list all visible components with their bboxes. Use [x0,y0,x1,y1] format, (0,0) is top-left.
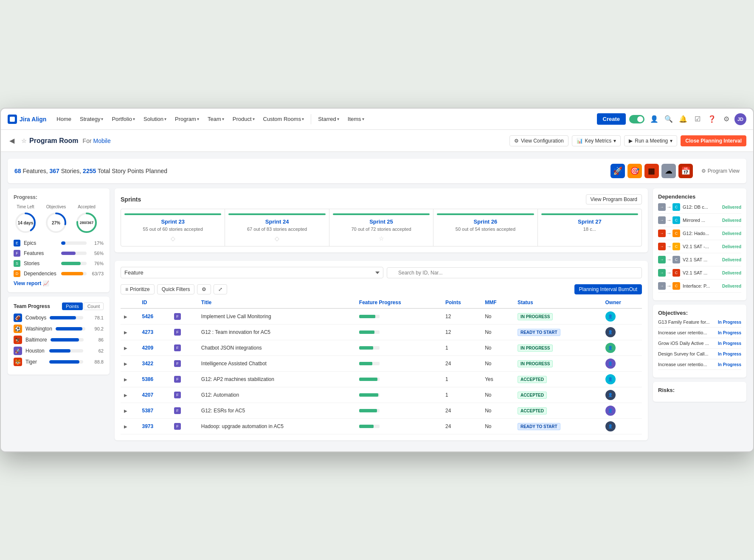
feature-id-link[interactable]: 4273 [142,329,153,335]
nav-custom-rooms[interactable]: Custom Rooms▾ [260,114,308,124]
nav-team[interactable]: Team▾ [204,114,228,124]
th-status[interactable]: Status [514,297,602,308]
th-owner[interactable]: Owner [602,297,642,308]
feature-id-link[interactable]: 5387 [142,408,153,414]
search-icon[interactable]: 🔍 [662,113,675,126]
dep-text[interactable]: G12: DB c... [683,204,720,210]
search-input[interactable] [387,267,642,278]
nav-starred[interactable]: Starred▾ [315,114,343,124]
program-view-button[interactable]: ⚙ Program View [701,168,740,174]
bell-icon[interactable]: 🔔 [677,113,689,126]
rocket-icon-btn[interactable]: 🚀 [611,164,625,178]
view-program-board-button[interactable]: View Program Board [586,194,642,204]
objective-row[interactable]: Increase user retentio... In Progress [658,330,741,338]
view-report-button[interactable]: View report 📈 [14,280,104,286]
expand-row-btn[interactable]: ▶ [124,314,127,319]
table-row[interactable]: ▶ 3422 F Intelligence Assisted Chatbot 2… [121,356,642,372]
owner-avatar: 👤 [605,406,616,416]
burndown-button[interactable]: Planning Interval BurnOut [574,284,642,294]
cloud-icon-btn[interactable]: ☁ [661,164,676,178]
nav-product[interactable]: Product▾ [229,114,258,124]
target-icon-btn[interactable]: 🎯 [627,164,642,178]
logo[interactable]: Jira Align [8,115,46,124]
objective-row[interactable]: Increase user retentio... In Progress [658,362,741,370]
help-icon[interactable]: ❓ [706,113,718,126]
objective-row[interactable]: G13 Family Feature for... In Progress [658,319,741,328]
dep-text[interactable]: G12: Hado... [683,231,720,236]
dep-text[interactable]: V2.1 SAT -... [683,244,720,249]
th-title[interactable]: Title [198,297,356,308]
objective-status: In Progress [718,341,741,346]
th-id[interactable]: ID [138,297,171,308]
expand-row-btn[interactable]: ▶ [124,330,127,335]
nav-portfolio[interactable]: Portfolio▾ [108,114,138,124]
sprint-23[interactable]: Sprint 23 55 out of 60 stories accepted … [121,209,225,246]
sprint-27[interactable]: Sprint 27 18 c... [538,209,641,246]
user-icon[interactable]: 👤 [648,113,661,126]
prioritize-button[interactable]: ≡ Prioritize [121,284,155,294]
nav-strategy[interactable]: Strategy▾ [76,114,107,124]
table-row[interactable]: ▶ 4273 F G12 : Team innovation for AC5 1… [121,325,642,340]
checklist-icon[interactable]: ☑ [691,113,704,126]
table-row[interactable]: ▶ 5386 F G12: AP2 machines stabilization… [121,372,642,387]
table-row[interactable]: ▶ 3973 F Hadoop: upgrade automation in A… [121,419,642,434]
view-configuration-button[interactable]: ⚙ View Configuration [509,135,568,146]
sprint-25[interactable]: Sprint 25 70 out of 72 stories accepted … [329,209,433,246]
logo-text: Jira Align [20,116,46,123]
table-row[interactable]: ▶ 4207 F G12: Automation 1 No ACCEPTED 👤 [121,387,642,403]
key-metrics-button[interactable]: 📊 Key Metrics ▾ [572,135,621,146]
sidebar-toggle[interactable]: ◀ [8,137,16,145]
expand-button[interactable]: ⤢ [214,284,227,294]
sprint-26[interactable]: Sprint 26 50 out of 54 stories accepted [433,209,537,246]
feature-dropdown[interactable]: Feature [121,267,383,278]
story-points-count: 2255 [83,168,96,174]
grid-icon-btn[interactable]: ▦ [644,164,659,178]
nav-solution[interactable]: Solution▾ [140,114,170,124]
expand-row-btn[interactable]: ▶ [124,346,127,350]
th-progress[interactable]: Feature Progress [356,297,442,308]
table-row[interactable]: ▶ 4209 F Chatbot JSON integrations 1 No … [121,340,642,356]
settings-button[interactable]: ⚙ [197,284,211,294]
feature-id-link[interactable]: 5386 [142,376,153,382]
nav-home[interactable]: Home [53,114,75,124]
dep-text[interactable]: Interface: P... [683,283,720,288]
feature-type-icon: F [174,329,181,336]
dep-text[interactable]: V2.1 SAT ... [683,270,720,275]
quick-filters-button[interactable]: Quick Filters [157,284,195,294]
table-row[interactable]: ▶ 5387 F G12: ESRs for AC5 24 No ACCEPTE… [121,403,642,419]
expand-row-btn[interactable]: ▶ [124,393,127,398]
objective-row[interactable]: Grow iOS Daily Active ... In Progress [658,341,741,349]
avatar[interactable]: JD [734,113,746,125]
objectives-card: Objectives: G13 Family Feature for... In… [653,305,746,378]
team-tab-count[interactable]: Count [84,302,104,310]
dep-text[interactable]: V2.1 SAT ... [683,257,720,262]
favorite-star[interactable]: ☆ [21,137,27,144]
toggle-switch[interactable] [629,115,644,123]
create-button[interactable]: Create [597,113,626,125]
dependency-row: → → C Interface: P... Delivered [658,282,741,293]
nav-items[interactable]: Items▾ [344,114,368,124]
expand-row-btn[interactable]: ▶ [124,377,127,382]
objective-row[interactable]: Design Survey for Call... In Progress [658,351,741,359]
table-row[interactable]: ▶ 5426 F Implement Live Call Monitoring … [121,308,642,325]
team-tab-points[interactable]: Points [62,302,83,310]
stories-count: 367 [50,168,59,174]
th-points[interactable]: Points [442,297,481,308]
nav-program[interactable]: Program▾ [172,114,203,124]
dep-to-icon: C [672,256,680,263]
expand-row-btn[interactable]: ▶ [124,424,127,429]
dep-text[interactable]: Mirrored ... [683,218,720,223]
sprint-24[interactable]: Sprint 24 67 out of 83 stories accepted … [225,209,329,246]
feature-id-link[interactable]: 3973 [142,423,153,429]
feature-id-link[interactable]: 3422 [142,361,153,367]
feature-id-link[interactable]: 5426 [142,314,153,319]
close-planning-interval-button[interactable]: Close Planning Interval [681,135,746,146]
th-mmf[interactable]: MMF [481,297,514,308]
calendar-icon-btn[interactable]: 📅 [678,164,693,178]
settings-icon[interactable]: ⚙ [720,113,733,126]
feature-id-link[interactable]: 4209 [142,345,153,351]
run-meeting-button[interactable]: ▶ Run a Meeting ▾ [624,135,677,146]
expand-row-btn[interactable]: ▶ [124,409,127,413]
expand-row-btn[interactable]: ▶ [124,361,127,366]
feature-id-link[interactable]: 4207 [142,392,153,398]
